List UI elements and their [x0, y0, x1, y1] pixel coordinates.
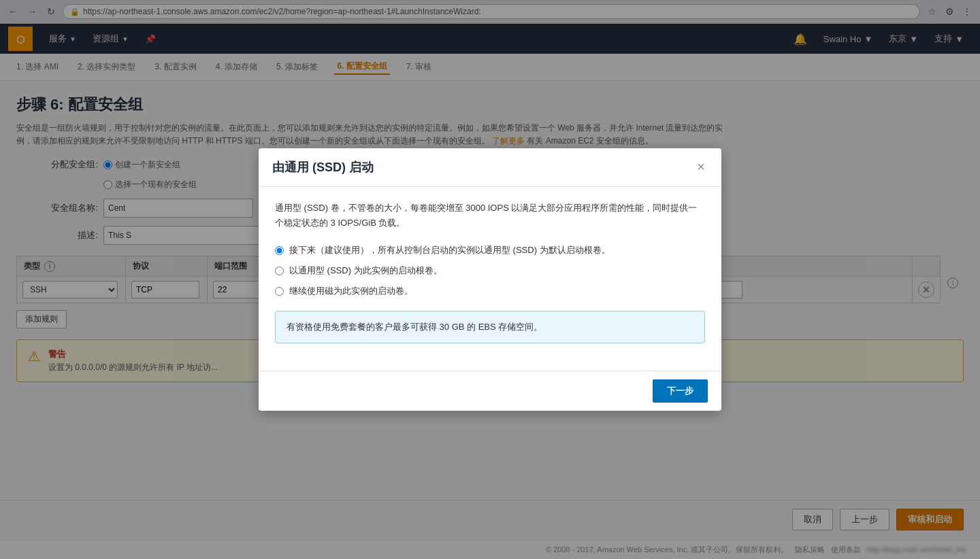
modal-next-button[interactable]: 下一步: [653, 379, 708, 403]
modal-title: 由通用 (SSD) 启动: [272, 159, 374, 175]
modal-overlay[interactable]: 由通用 (SSD) 启动 × 通用型 (SSD) 卷，不管卷的大小，每卷能突增至…: [0, 0, 980, 437]
modal-radio-3[interactable]: 继续使用磁为此实例的启动卷。: [275, 285, 705, 297]
modal-radio-1[interactable]: 接下来（建议使用），所有从控制台启动的实例以通用型 (SSD) 为默认启动根卷。: [275, 244, 705, 256]
modal-header: 由通用 (SSD) 启动 ×: [259, 148, 721, 187]
modal-close-button[interactable]: ×: [694, 159, 708, 175]
modal-description: 通用型 (SSD) 卷，不管卷的大小，每卷能突增至 3000 IOPS 以满足大…: [275, 201, 705, 231]
modal-footer: 下一步: [259, 371, 721, 411]
modal-radio-input-1[interactable]: [275, 246, 284, 255]
modal-radio-group: 接下来（建议使用），所有从控制台启动的实例以通用型 (SSD) 为默认启动根卷。…: [275, 244, 705, 297]
modal-radio-input-3[interactable]: [275, 287, 284, 296]
modal-info-box: 有资格使用免费套餐的客户最多可获得 30 GB 的 EBS 存储空间。: [275, 311, 705, 343]
modal-body: 通用型 (SSD) 卷，不管卷的大小，每卷能突增至 3000 IOPS 以满足大…: [259, 187, 721, 371]
modal-radio-2[interactable]: 以通用型 (SSD) 为此实例的启动根卷。: [275, 265, 705, 277]
modal-box: 由通用 (SSD) 启动 × 通用型 (SSD) 卷，不管卷的大小，每卷能突增至…: [259, 148, 721, 411]
modal-radio-input-2[interactable]: [275, 267, 284, 275]
